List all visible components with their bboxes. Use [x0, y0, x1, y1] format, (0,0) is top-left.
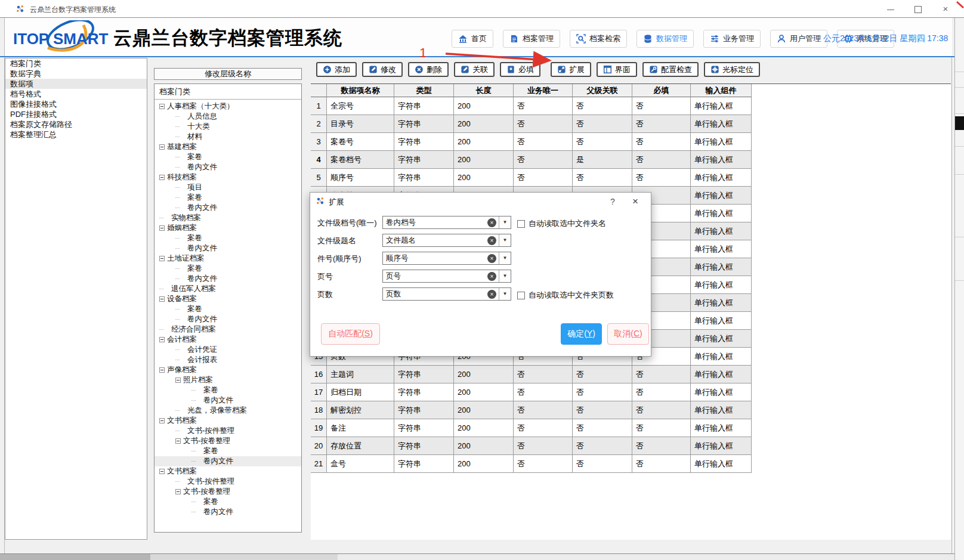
nav-button-business-manage[interactable]: 业务管理 — [703, 30, 761, 48]
nav-button-archive-search[interactable]: 档案检索 — [570, 30, 627, 48]
delete-button[interactable]: 删除 — [408, 62, 449, 77]
interface-button[interactable]: 界面 — [597, 62, 637, 77]
chevron-down-icon[interactable]: ▼ — [499, 288, 511, 300]
clear-icon[interactable]: × — [487, 236, 496, 245]
table-row[interactable]: 19备注字符串200否否否单行输入框 — [311, 419, 752, 437]
nav-button-archive-manage[interactable]: 档案管理 — [503, 30, 560, 48]
tree-node[interactable]: 会计报表 — [155, 355, 301, 365]
sidebar-item[interactable]: PDF挂接格式 — [5, 109, 147, 119]
tree-node[interactable]: 文书-按卷整理 — [155, 487, 301, 497]
tree-node[interactable]: 土地证档案 — [155, 253, 301, 264]
tree-node[interactable]: 卷内文件 — [155, 203, 301, 213]
tree-expander-icon[interactable] — [159, 337, 165, 342]
file-archive-no-combobox[interactable]: 卷内档号×▼ — [382, 216, 511, 229]
tree-node[interactable]: 文书档案 — [155, 466, 301, 477]
dialog-close-button[interactable]: × — [626, 195, 644, 208]
clear-icon[interactable]: × — [487, 254, 496, 263]
tree-node[interactable]: 婚姻档案 — [155, 223, 301, 233]
tree-node[interactable]: 案卷 — [155, 385, 301, 395]
chevron-down-icon[interactable]: ▼ — [499, 216, 511, 228]
tree-expander-icon[interactable] — [159, 256, 165, 261]
tree-node[interactable]: 经济合同档案 — [155, 324, 301, 335]
tree-node[interactable]: 文书档案 — [155, 416, 301, 426]
clear-icon[interactable]: × — [487, 272, 496, 281]
tree-node[interactable]: 案卷 — [155, 152, 301, 162]
tree-node[interactable]: 十大类 — [155, 122, 301, 132]
column-header[interactable] — [311, 84, 327, 97]
tree-node[interactable]: 实物档案 — [155, 213, 301, 223]
tree-expander-icon[interactable] — [159, 469, 165, 474]
add-button[interactable]: 添加 — [316, 62, 357, 77]
chevron-down-icon[interactable]: ▼ — [499, 270, 511, 282]
page-no-combobox[interactable]: 页号×▼ — [382, 270, 511, 283]
cursor-locate-button[interactable]: 光标定位 — [704, 62, 760, 77]
maximize-button[interactable] — [904, 0, 932, 18]
table-row[interactable]: 18解密划控字符串200否否否单行输入框 — [311, 401, 752, 419]
page-count-combobox[interactable]: 页数×▼ — [382, 287, 511, 301]
tree-node[interactable]: 设备档案 — [155, 294, 301, 304]
nav-button-home[interactable]: 首页 — [452, 30, 493, 48]
table-row[interactable]: 20存放位置字符串200否否否单行输入框 — [311, 437, 752, 455]
relate-button[interactable]: 关联 — [454, 62, 495, 77]
file-archive-no-checkbox[interactable]: 自动读取选中文件夹名 — [517, 218, 606, 229]
tree-node[interactable]: 案卷 — [155, 304, 301, 314]
confirm-button[interactable]: 确定(Y) — [561, 323, 602, 345]
column-header[interactable]: 必填 — [632, 84, 691, 97]
clear-icon[interactable]: × — [487, 290, 496, 299]
auto-match-button[interactable]: 自动匹配(S) — [321, 323, 380, 345]
sidebar-item[interactable]: 档案原文存储路径 — [5, 119, 147, 129]
table-row[interactable]: 21盒号字符串200否否否单行输入框 — [311, 455, 752, 473]
tree-node[interactable]: 退伍军人档案 — [155, 284, 301, 294]
column-header[interactable]: 数据项名称 — [327, 84, 394, 97]
tree-expander-icon[interactable] — [175, 438, 181, 444]
tree-node[interactable]: 会计档案 — [155, 335, 301, 345]
minimize-button[interactable] — [877, 0, 904, 18]
tree-node[interactable]: 案卷 — [155, 264, 301, 274]
tree-expander-icon[interactable] — [159, 367, 165, 373]
chevron-down-icon[interactable]: ▼ — [499, 234, 511, 246]
tree-node[interactable]: 案卷 — [155, 497, 301, 507]
tree-node[interactable]: 光盘，录像带档案 — [155, 406, 301, 416]
column-header[interactable]: 业务唯一 — [514, 84, 573, 97]
tree-node[interactable]: 文书-按件整理 — [155, 477, 301, 487]
sidebar-item[interactable]: 档案整理汇总 — [5, 129, 147, 140]
dialog-help-button[interactable]: ? — [605, 195, 620, 208]
tree-expander-icon[interactable] — [159, 418, 165, 423]
tree-node[interactable]: 卷内文件 — [155, 507, 301, 517]
table-row[interactable]: 4案卷档号字符串200否是否单行输入框 — [311, 151, 752, 169]
tree-node[interactable]: 项目 — [155, 182, 301, 193]
tree-expander-icon[interactable] — [159, 225, 165, 231]
table-row[interactable]: 2目录号字符串200否否否单行输入框 — [311, 115, 752, 133]
file-title-combobox[interactable]: 文件题名×▼ — [382, 234, 511, 247]
table-row[interactable]: 3案卷号字符串200否否否单行输入框 — [311, 133, 752, 151]
tree-node[interactable]: 文书-按卷整理 — [155, 436, 301, 446]
expand-button[interactable]: 扩展 — [551, 62, 591, 77]
tree-node[interactable]: 案卷 — [155, 233, 301, 243]
tree-node[interactable]: 人员信息 — [155, 112, 301, 122]
sidebar-item[interactable]: 数据项 — [5, 79, 147, 89]
table-row[interactable]: 5顺序号字符串200否否否单行输入框 — [311, 169, 752, 187]
tree-node[interactable]: 卷内文件 — [155, 243, 301, 253]
page-count-checkbox[interactable]: 自动读取选中文件夹页数 — [517, 290, 614, 301]
tree-node[interactable]: 材料 — [155, 132, 301, 142]
tree-node[interactable]: 卷内文件 — [155, 314, 301, 324]
config-check-button[interactable]: 配置检查 — [642, 62, 699, 77]
clear-icon[interactable]: × — [487, 218, 496, 227]
tree-expander-icon[interactable] — [159, 144, 165, 150]
sidebar-item[interactable]: 档号格式 — [5, 89, 147, 99]
tree-node[interactable]: 卷内文件 — [155, 162, 301, 172]
column-header[interactable]: 类型 — [394, 84, 454, 97]
tree-node[interactable]: 文书-按件整理 — [155, 426, 301, 436]
tree-node[interactable]: 案卷 — [155, 193, 301, 203]
table-row[interactable]: 1全宗号字符串200否否否单行输入框 — [311, 97, 752, 115]
tree-expander-icon[interactable] — [159, 104, 165, 109]
sidebar-item[interactable]: 档案门类 — [5, 58, 147, 69]
tree-node[interactable]: 声像档案 — [155, 365, 301, 375]
modify-level-name-button[interactable]: 修改层级名称 — [154, 68, 302, 80]
tree-node[interactable]: 会计凭证 — [155, 345, 301, 355]
edit-button[interactable]: 修改 — [362, 62, 403, 77]
column-header[interactable]: 父级关联 — [573, 84, 632, 97]
tree-node[interactable]: 卷内文件 — [155, 395, 301, 406]
tree-node[interactable]: 卷内文件 — [155, 274, 301, 284]
sidebar-item[interactable]: 图像挂接格式 — [5, 99, 147, 109]
